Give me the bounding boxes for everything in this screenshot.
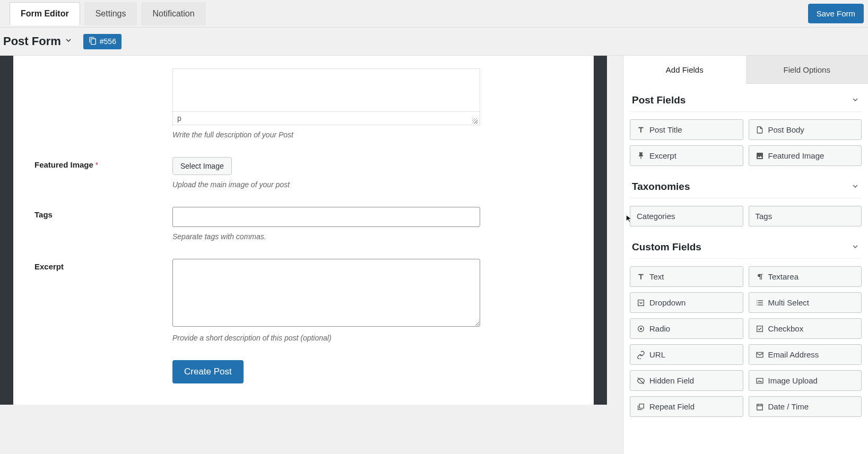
post-body-editor[interactable] xyxy=(172,68,480,112)
field-text-label: Text xyxy=(649,272,664,281)
required-asterisk: * xyxy=(96,161,98,169)
field-checkbox-label: Checkbox xyxy=(768,324,804,333)
field-text[interactable]: Text xyxy=(630,266,743,287)
form-id-badge[interactable]: #556 xyxy=(83,34,121,49)
field-tags-label: Tags xyxy=(756,212,772,221)
field-categories[interactable]: Categories xyxy=(630,206,743,226)
section-taxonomies-title: Taxonomies xyxy=(632,181,690,193)
copy-icon xyxy=(89,37,97,47)
field-hidden[interactable]: Hidden Field xyxy=(630,370,743,391)
field-checkbox[interactable]: Checkbox xyxy=(749,318,862,339)
field-categories-label: Categories xyxy=(637,212,675,221)
pin-icon xyxy=(637,152,645,160)
calendar-icon xyxy=(756,403,764,411)
field-multi-select[interactable]: Multi Select xyxy=(749,292,862,313)
section-post-fields-title: Post Fields xyxy=(632,94,685,106)
form-id-text: #556 xyxy=(100,37,116,46)
field-image-upload-label: Image Upload xyxy=(768,376,818,385)
tags-help: Separate tags with commas. xyxy=(172,232,480,241)
field-multi-select-label: Multi Select xyxy=(768,298,810,307)
field-textarea[interactable]: Textarea xyxy=(749,266,862,287)
field-excerpt[interactable]: Excerpt xyxy=(630,145,743,166)
excerpt-help: Provide a short description of this post… xyxy=(172,334,480,342)
rte-element-path: p xyxy=(172,112,480,125)
image-icon xyxy=(756,152,764,160)
tab-form-editor[interactable]: Form Editor xyxy=(10,2,80,25)
svg-point-1 xyxy=(640,328,642,330)
preview-scroll[interactable]: p Write the full description of your Pos… xyxy=(0,56,623,454)
radio-icon xyxy=(637,325,645,333)
field-datetime-label: Date / Time xyxy=(768,402,809,411)
checkbox-icon xyxy=(756,325,764,333)
tab-settings[interactable]: Settings xyxy=(84,2,137,25)
featured-image-label: Featured Image xyxy=(34,160,93,169)
tags-input[interactable] xyxy=(172,207,480,227)
text-icon xyxy=(637,273,645,281)
form-preview-pane: p Write the full description of your Pos… xyxy=(0,56,623,454)
fields-sidebar: Add Fields Field Options Post Fields Pos… xyxy=(623,56,868,454)
field-post-title-label: Post Title xyxy=(649,125,682,134)
link-icon xyxy=(637,351,645,359)
create-post-button[interactable]: Create Post xyxy=(172,360,244,383)
field-url[interactable]: URL xyxy=(630,344,743,365)
excerpt-label: Excerpt xyxy=(34,262,64,271)
chevron-down-icon xyxy=(851,242,860,252)
subheader: Post Form #556 xyxy=(0,28,868,55)
field-radio-label: Radio xyxy=(649,324,670,333)
list-icon xyxy=(756,299,764,307)
field-hidden-label: Hidden Field xyxy=(649,376,694,385)
field-repeat-label: Repeat Field xyxy=(649,402,695,411)
section-post-fields-header[interactable]: Post Fields xyxy=(630,91,862,112)
top-tabs: Form Editor Settings Notification Save F… xyxy=(0,0,868,28)
paragraph-icon xyxy=(756,273,764,281)
envelope-icon xyxy=(756,351,764,359)
chevron-down-icon xyxy=(851,95,860,106)
tab-notification[interactable]: Notification xyxy=(141,2,205,25)
field-email-label: Email Address xyxy=(768,350,819,359)
field-tags[interactable]: Tags xyxy=(749,206,862,226)
form-title: Post Form xyxy=(3,34,61,48)
caret-square-icon xyxy=(637,299,645,307)
field-featured-image-label: Featured Image xyxy=(768,151,824,160)
excerpt-textarea[interactable] xyxy=(172,259,480,327)
field-excerpt-label: Excerpt xyxy=(649,151,676,160)
tags-label: Tags xyxy=(34,210,53,219)
field-dropdown-label: Dropdown xyxy=(649,298,685,307)
field-datetime[interactable]: Date / Time xyxy=(749,396,862,417)
field-textarea-label: Textarea xyxy=(768,272,799,281)
sidebar-scroll[interactable]: Post Fields Post Title Post Body Excerpt xyxy=(623,84,868,454)
field-post-body-label: Post Body xyxy=(768,125,804,134)
save-form-button[interactable]: Save Form xyxy=(808,4,864,23)
select-image-button[interactable]: Select Image xyxy=(172,157,232,175)
form-title-dropdown-icon[interactable] xyxy=(64,36,73,47)
document-icon xyxy=(756,126,764,134)
field-featured-image[interactable]: Featured Image xyxy=(749,145,862,166)
section-taxonomies-header[interactable]: Taxonomies xyxy=(630,178,862,198)
chevron-down-icon xyxy=(851,182,860,192)
featured-image-help: Upload the main image of your post xyxy=(172,180,480,189)
field-image-upload[interactable]: Image Upload xyxy=(749,370,862,391)
copy-icon xyxy=(637,403,645,411)
field-dropdown[interactable]: Dropdown xyxy=(630,292,743,313)
post-body-help: Write the full description of your Post xyxy=(172,130,480,139)
field-repeat[interactable]: Repeat Field xyxy=(630,396,743,417)
field-post-body[interactable]: Post Body xyxy=(749,119,862,140)
section-custom-fields-title: Custom Fields xyxy=(632,241,701,253)
tab-field-options[interactable]: Field Options xyxy=(746,56,869,84)
field-radio[interactable]: Radio xyxy=(630,318,743,339)
tab-add-fields[interactable]: Add Fields xyxy=(623,56,746,84)
section-custom-fields-header[interactable]: Custom Fields xyxy=(630,238,862,259)
field-email[interactable]: Email Address xyxy=(749,344,862,365)
field-post-title[interactable]: Post Title xyxy=(630,119,743,140)
heading-icon xyxy=(637,126,645,134)
field-url-label: URL xyxy=(649,350,665,359)
image-icon xyxy=(756,377,764,385)
eye-slash-icon xyxy=(637,377,645,385)
